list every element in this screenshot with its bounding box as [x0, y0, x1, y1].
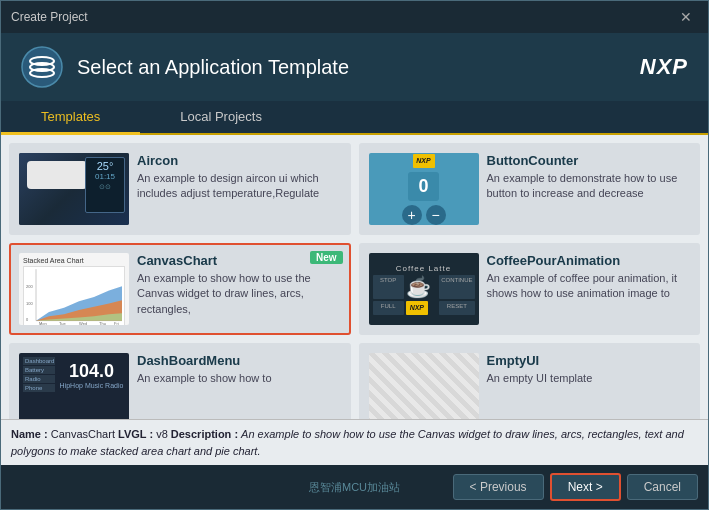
dashboard-desc: An example to show how to: [137, 371, 341, 386]
dialog-title: Create Project: [11, 10, 88, 24]
aircon-info: Aircon An example to design aircon ui wh…: [137, 153, 341, 202]
header: Select an Application Template NXP: [1, 33, 708, 101]
counter-buttons: + −: [402, 205, 446, 225]
desc-label: Description :: [171, 428, 238, 440]
dash-item-dashboard: Dashboard: [23, 357, 55, 365]
header-title: Select an Application Template: [77, 56, 349, 79]
lvgl-value: v8: [156, 428, 168, 440]
dash-item-battery: Battery: [23, 366, 55, 374]
chart-area: Mon Tue Wed Thu Fri 200 100 0: [23, 266, 125, 325]
chart-title-sm: Stacked Area Chart: [23, 257, 125, 264]
thumb-coffee: Coffee Latte STOP ☕ CONTINUE FULL NXP RE…: [369, 253, 479, 325]
emptyui-desc: An empty UI template: [487, 371, 691, 386]
reset-btn: RESET: [439, 301, 474, 315]
create-project-dialog: Create Project ✕ Select an Application T…: [0, 0, 709, 510]
buttoncounter-info: ButtonCounter An example to demonstrate …: [487, 153, 691, 202]
template-card-dashboard[interactable]: Dashboard Battery Radio Phone 104.0 HipH…: [9, 343, 351, 419]
stop-btn: STOP: [373, 275, 404, 299]
header-left: Select an Application Template: [21, 46, 349, 88]
new-badge: New: [310, 251, 343, 264]
template-card-buttoncounter[interactable]: NXP 0 + − ButtonCounter An example to de…: [359, 143, 701, 235]
name-value: CanvasChart: [51, 428, 115, 440]
lvgl-label: LVGL :: [118, 428, 153, 440]
coffeepour-desc: An example of coffee pour animation, it …: [487, 271, 691, 302]
dash-sidebar: Dashboard Battery Radio Phone 104.0 HipH…: [23, 357, 125, 392]
dashboard-name: DashBoardMenu: [137, 353, 341, 368]
counter-display: 0: [408, 172, 438, 201]
dash-item-phone: Phone: [23, 384, 55, 392]
svg-text:200: 200: [26, 284, 33, 289]
dash-speed: 104.0: [69, 361, 114, 382]
svg-point-0: [22, 47, 62, 87]
previous-button[interactable]: < Previous: [453, 474, 544, 500]
tab-local-projects[interactable]: Local Projects: [140, 101, 302, 133]
svg-text:Thu: Thu: [99, 321, 107, 325]
thumb-canvaschart: Stacked Area Chart Mon Tue: [19, 253, 129, 325]
templates-grid: 25° 01:15 ⊙⊙ Aircon An example to design…: [1, 135, 708, 419]
cancel-button[interactable]: Cancel: [627, 474, 698, 500]
full-btn: FULL: [373, 301, 404, 315]
template-card-aircon[interactable]: 25° 01:15 ⊙⊙ Aircon An example to design…: [9, 143, 351, 235]
svg-text:100: 100: [26, 300, 33, 305]
content-area: 25° 01:15 ⊙⊙ Aircon An example to design…: [1, 135, 708, 465]
watermark: 恩智浦MCU加油站: [309, 480, 400, 495]
svg-text:Tue: Tue: [59, 321, 66, 325]
dash-radio-label: HipHop Music Radio: [60, 382, 124, 389]
dashboard-info: DashBoardMenu An example to show how to: [137, 353, 341, 386]
svg-text:0: 0: [26, 316, 29, 321]
thumb-dashboard: Dashboard Battery Radio Phone 104.0 HipH…: [19, 353, 129, 419]
coffeepour-info: CoffeePourAnimation An example of coffee…: [487, 253, 691, 302]
template-card-emptyui[interactable]: EmptyUI An empty UI template: [359, 343, 701, 419]
app-icon: [21, 46, 63, 88]
tabs-bar: Templates Local Projects: [1, 101, 708, 135]
nxp-logo: NXP: [640, 54, 688, 80]
thumb-aircon: 25° 01:15 ⊙⊙: [19, 153, 129, 225]
name-label: Name :: [11, 428, 48, 440]
buttoncounter-name: ButtonCounter: [487, 153, 691, 168]
svg-text:Mon: Mon: [39, 321, 47, 325]
tab-templates[interactable]: Templates: [1, 101, 140, 135]
canvaschart-desc: An example to show how to use the Canvas…: [137, 271, 341, 317]
footer: 恩智浦MCU加油站 < Previous Next > Cancel: [1, 465, 708, 509]
svg-text:Wed: Wed: [79, 321, 88, 325]
emptyui-name: EmptyUI: [487, 353, 691, 368]
next-button[interactable]: Next >: [550, 473, 621, 501]
thumb-emptyui: [369, 353, 479, 419]
close-button[interactable]: ✕: [674, 7, 698, 27]
template-card-canvaschart[interactable]: Stacked Area Chart Mon Tue: [9, 243, 351, 335]
emptyui-info: EmptyUI An empty UI template: [487, 353, 691, 386]
svg-text:Fri: Fri: [114, 321, 119, 325]
plus-btn: +: [402, 205, 422, 225]
continue-btn: CONTINUE: [439, 275, 474, 299]
coffeepour-name: CoffeePourAnimation: [487, 253, 691, 268]
dash-main: 104.0 HipHop Music Radio: [58, 357, 125, 392]
aircon-desc: An example to design aircon ui which inc…: [137, 171, 341, 202]
title-bar: Create Project ✕: [1, 1, 708, 33]
aircon-name: Aircon: [137, 153, 341, 168]
canvaschart-info: New CanvasChart An example to show how t…: [137, 253, 341, 317]
ac-display-widget: 25° 01:15 ⊙⊙: [85, 157, 125, 213]
nxp-badge-coffee: NXP: [406, 301, 428, 315]
coffee-buttons: STOP ☕ CONTINUE FULL NXP RESET: [373, 275, 475, 315]
coffee-title: Coffee Latte: [396, 264, 451, 273]
dash-item-radio: Radio: [23, 375, 55, 383]
template-card-coffeepour[interactable]: Coffee Latte STOP ☕ CONTINUE FULL NXP RE…: [359, 243, 701, 335]
dash-menu: Dashboard Battery Radio Phone: [23, 357, 55, 392]
thumb-buttoncounter: NXP 0 + −: [369, 153, 479, 225]
nxp-badge: NXP: [413, 154, 435, 168]
coffee-icon: ☕: [406, 275, 437, 299]
status-bar: Name : CanvasChart LVGL : v8 Description…: [1, 419, 708, 465]
buttoncounter-desc: An example to demonstrate how to use but…: [487, 171, 691, 202]
minus-btn: −: [426, 205, 446, 225]
